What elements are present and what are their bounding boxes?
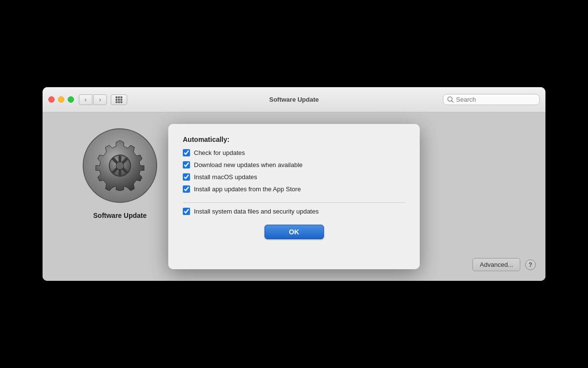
modal-overlay: Automatically: Check for updates Downloa… (43, 112, 545, 281)
checkbox-install-security[interactable]: Install system data files and security u… (183, 208, 405, 215)
install-security-label: Install system data files and security u… (194, 208, 319, 215)
download-updates-label: Download new updates when available (194, 161, 303, 169)
back-icon: ‹ (85, 96, 87, 103)
back-button[interactable]: ‹ (79, 94, 92, 105)
checkbox-install-app[interactable]: Install app updates from the App Store (183, 185, 405, 193)
search-input[interactable] (456, 96, 535, 103)
titlebar: ‹ › Software Update (43, 87, 545, 112)
maximize-button[interactable] (68, 96, 74, 103)
install-app-label: Install app updates from the App Store (194, 185, 301, 193)
check-updates-label: Check for updates (194, 149, 245, 156)
search-icon (447, 96, 454, 103)
install-macos-label: Install macOS updates (194, 173, 257, 181)
main-window: ‹ › Software Update (43, 87, 545, 281)
main-content: Software Update 0.14.3 M Advanced... ? A… (43, 112, 545, 281)
grid-icon (116, 96, 122, 103)
checkbox-check-updates[interactable]: Check for updates (183, 149, 405, 156)
modal-dialog: Automatically: Check for updates Downloa… (168, 124, 420, 269)
ok-button[interactable]: OK (265, 225, 324, 239)
close-button[interactable] (48, 96, 55, 103)
forward-button[interactable]: › (93, 94, 107, 105)
download-updates-checkbox[interactable] (183, 161, 190, 169)
grid-view-button[interactable] (111, 94, 127, 105)
checkbox-download-updates[interactable]: Download new updates when available (183, 161, 405, 169)
check-updates-checkbox[interactable] (183, 149, 190, 156)
install-security-checkbox[interactable] (183, 208, 190, 215)
modal-divider (183, 202, 405, 203)
forward-icon: › (99, 96, 101, 103)
window-title: Software Update (269, 96, 319, 103)
search-box[interactable] (443, 94, 540, 105)
install-app-checkbox[interactable] (183, 185, 190, 193)
checkbox-install-macos[interactable]: Install macOS updates (183, 173, 405, 181)
install-macos-checkbox[interactable] (183, 173, 190, 181)
modal-section-title: Automatically: (183, 136, 405, 143)
minimize-button[interactable] (58, 96, 64, 103)
modal-footer: OK (183, 225, 405, 239)
nav-buttons: ‹ › (79, 94, 107, 105)
svg-line-1 (452, 101, 454, 103)
traffic-lights (48, 96, 74, 103)
